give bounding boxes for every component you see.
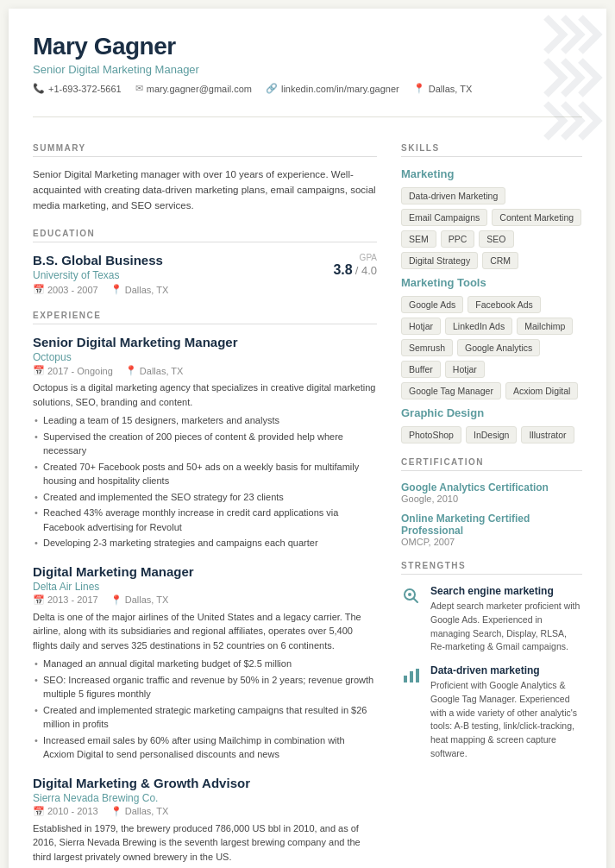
cert-org-1: OMCP, 2007: [401, 537, 582, 547]
skill-tag: Illustrator: [521, 426, 574, 443]
search-engine-icon: [401, 586, 422, 607]
gpa-block: GPA 3.8 / 4.0: [333, 253, 377, 278]
education-section: EDUCATION B.S. Global Business Universit…: [33, 229, 377, 295]
strength-item-0: Search engine marketing Adept search mar…: [401, 585, 582, 654]
linkedin-icon: 🔗: [266, 83, 278, 94]
job-1-location: 📍 Dallas, TX: [125, 365, 184, 376]
list-item: Created and implemented the SEO strategy…: [33, 490, 377, 505]
svg-point-1: [408, 593, 411, 596]
job-1-meta: 📅 2017 - Ongoing 📍 Dallas, TX: [33, 365, 377, 376]
candidate-name: Mary Gagner: [33, 33, 582, 60]
skill-tag: Content Marketing: [492, 209, 581, 226]
skill-tag: Hotjar: [445, 361, 485, 378]
list-item: Managed an annual digital marketing budg…: [33, 657, 377, 671]
job-3-title: Digital Marketing & Growth Advisor: [33, 776, 377, 790]
job-3-desc: Established in 1979, the brewery produce…: [33, 821, 377, 865]
phone-icon: 📞: [33, 83, 45, 94]
calendar-icon-j1: 📅: [33, 365, 45, 376]
gpa-value: 3.8 / 4.0: [333, 262, 377, 278]
job-2-desc: Delta is one of the major airlines of th…: [33, 610, 377, 653]
job-3-location: 📍 Dallas, TX: [110, 806, 169, 817]
skill-tag: Google Ads: [401, 296, 463, 313]
contact-info: 📞 +1-693-372-5661 ✉ mary.gagner@gmail.co…: [33, 83, 582, 94]
edu-meta: 📅 2003 - 2007 📍 Dallas, TX: [33, 284, 168, 295]
skill-tag: Semrush: [401, 339, 453, 356]
skill-tag: SEO: [479, 230, 513, 248]
list-item: Created and implemented strategic market…: [33, 703, 377, 732]
skills-cat-1: Marketing Tools: [401, 276, 582, 289]
email-icon: ✉: [135, 83, 143, 94]
edu-dates: 📅 2003 - 2007: [33, 284, 98, 295]
location-contact: 📍 Dallas, TX: [413, 83, 473, 94]
svg-rect-3: [404, 676, 407, 682]
strengths-section: STRENGTHS Search engine marketing Adept …: [401, 561, 582, 761]
svg-line-2: [414, 599, 418, 603]
phone-number: +1-693-372-5661: [48, 84, 122, 94]
skills-cat-0: Marketing: [401, 167, 582, 180]
job-1-bullets: Leading a team of 15 designers, marketer…: [33, 413, 377, 550]
job-2-dates: 📅 2013 - 2017: [33, 594, 98, 606]
skills-section-title: SKILLS: [401, 143, 582, 157]
job-3-meta: 📅 2010 - 2013 📍 Dallas, TX: [33, 806, 377, 817]
strengths-section-title: STRENGTHS: [401, 561, 582, 575]
education-row: B.S. Global Business University of Texas…: [33, 253, 377, 295]
left-column: SUMMARY Senior Digital Marketing manager…: [33, 143, 377, 868]
experience-section: EXPERIENCE Senior Digital Marketing Mana…: [33, 311, 377, 868]
job-3-dates: 📅 2010 - 2013: [33, 806, 98, 817]
edu-university: University of Texas: [33, 269, 168, 281]
list-item: Increased email sales by 60% after using…: [33, 733, 377, 762]
location-icon-j3: 📍: [110, 806, 122, 817]
skill-tag: Google Analytics: [457, 339, 540, 356]
summary-section: SUMMARY Senior Digital Marketing manager…: [33, 143, 377, 213]
edu-degree: B.S. Global Business: [33, 253, 168, 267]
skill-tag: Google Tag Manager: [401, 382, 501, 399]
skills-tags-0: Data-driven Marketing Email Campaigns Co…: [401, 187, 582, 269]
list-item: Created 70+ Facebook posts and 50+ ads o…: [33, 460, 377, 488]
experience-section-title: EXPERIENCE: [33, 311, 377, 324]
svg-rect-4: [410, 671, 413, 682]
job-2: Digital Marketing Manager Delta Air Line…: [33, 564, 377, 762]
right-column: SKILLS Marketing Data-driven Marketing E…: [401, 143, 582, 868]
job-2-meta: 📅 2013 - 2017 📍 Dallas, TX: [33, 594, 377, 606]
gpa-label: GPA: [333, 253, 377, 262]
skill-tag: Buffer: [401, 361, 441, 378]
job-2-title: Digital Marketing Manager: [33, 564, 377, 579]
calendar-icon-j3: 📅: [33, 806, 45, 817]
job-1-desc: Octopus is a digital marketing agency th…: [33, 381, 377, 409]
skill-tag: Data-driven Marketing: [401, 187, 505, 204]
skills-section: SKILLS Marketing Data-driven Marketing E…: [401, 143, 582, 443]
cert-org-0: Google, 2010: [401, 494, 582, 504]
location-icon-j2: 📍: [110, 594, 122, 606]
education-details: B.S. Global Business University of Texas…: [33, 253, 168, 295]
skill-tag: InDesign: [466, 426, 517, 443]
list-item: Supervised the creation of 200 pieces of…: [33, 430, 377, 458]
list-item: Leading a team of 15 designers, marketer…: [33, 413, 377, 428]
education-section-title: EDUCATION: [33, 229, 377, 242]
job-2-location: 📍 Dallas, TX: [110, 594, 169, 606]
bar-chart-icon: [401, 665, 422, 686]
linkedin-contact: 🔗 linkedin.com/in/mary.gagner: [266, 83, 399, 94]
edu-location: 📍 Dallas, TX: [110, 284, 169, 295]
calendar-icon-j2: 📅: [33, 594, 45, 606]
job-1: Senior Digital Marketing Manager Octopus…: [33, 335, 377, 550]
job-2-bullets: Managed an annual digital marketing budg…: [33, 657, 377, 762]
strength-0-name: Search engine marketing: [430, 585, 582, 597]
strength-0-desc: Adept search marketer proficient with Go…: [430, 600, 582, 654]
strength-item-1: Data-driven marketing Proficient with Go…: [401, 664, 582, 761]
resume-page: Mary Gagner Senior Digital Marketing Man…: [9, 9, 606, 868]
summary-text: Senior Digital Marketing manager with ov…: [33, 167, 377, 213]
skill-tag: Digital Strategy: [401, 252, 478, 269]
skills-tags-1: Google Ads Facebook Ads Hotjar LinkedIn …: [401, 296, 582, 399]
job-1-dates: 📅 2017 - Ongoing: [33, 365, 113, 376]
skill-tag: Hotjar: [401, 318, 441, 335]
location-text: Dallas, TX: [429, 84, 473, 94]
phone-contact: 📞 +1-693-372-5661: [33, 83, 122, 94]
job-2-company: Delta Air Lines: [33, 581, 377, 593]
candidate-title: Senior Digital Marketing Manager: [33, 63, 582, 76]
strength-1-desc: Proficient with Google Analytics & Googl…: [430, 679, 582, 761]
list-item: SEO: Increased organic traffic and reven…: [33, 673, 377, 701]
skill-tag: CRM: [482, 252, 518, 269]
cert-item-1: Online Marketing Certified Professional …: [401, 513, 582, 547]
email-contact: ✉ mary.gagner@gmail.com: [135, 83, 252, 94]
job-1-company: Octopus: [33, 351, 377, 363]
